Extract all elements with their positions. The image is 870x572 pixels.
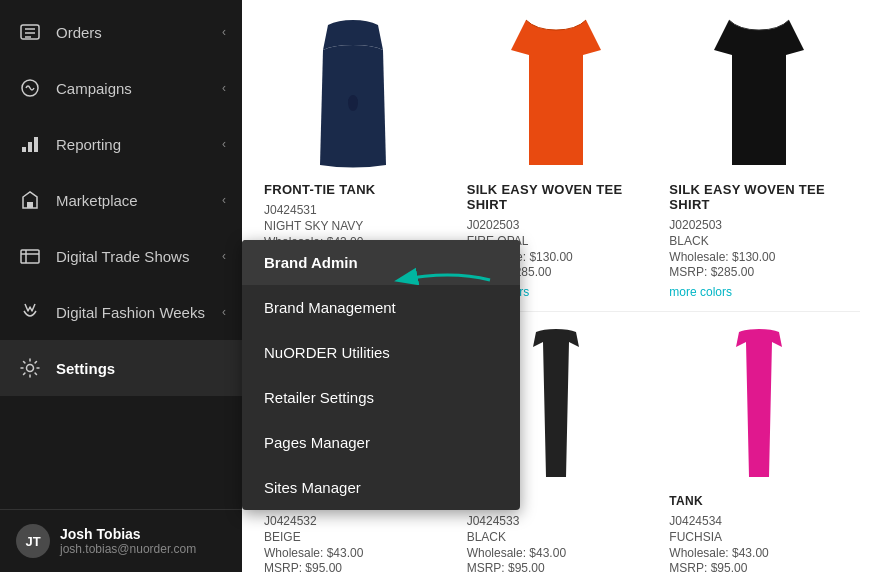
- reporting-icon: [16, 130, 44, 158]
- chevron-icon: ‹: [222, 305, 226, 319]
- sidebar-item-reporting-label: Reporting: [56, 136, 121, 153]
- sidebar-item-settings-label: Settings: [56, 360, 115, 377]
- orders-icon: [16, 18, 44, 46]
- product-image: [467, 12, 646, 172]
- sidebar-item-campaigns-label: Campaigns: [56, 80, 132, 97]
- product-card: SILK EASY WOVEN TEE SHIRT J0202503 BLACK…: [657, 0, 860, 312]
- dropdown-item-pages-manager[interactable]: Pages Manager: [242, 420, 520, 465]
- fashion-weeks-icon: [16, 298, 44, 326]
- product-color: BEIGE: [264, 530, 443, 544]
- svg-rect-6: [28, 142, 32, 152]
- product-wholesale: Wholesale: $43.00: [467, 546, 646, 560]
- product-msrp: MSRP: $95.00: [467, 561, 646, 572]
- product-sku: J0424532: [264, 514, 443, 528]
- dropdown-item-nuorder-utilities[interactable]: NuORDER Utilities: [242, 330, 520, 375]
- product-image: [669, 12, 848, 172]
- chevron-icon: ‹: [222, 81, 226, 95]
- product-sku: J0424533: [467, 514, 646, 528]
- product-color: BLACK: [467, 530, 646, 544]
- user-profile[interactable]: JT Josh Tobias josh.tobias@nuorder.com: [0, 509, 242, 572]
- user-name: Josh Tobias: [60, 526, 196, 542]
- sidebar-item-campaigns[interactable]: Campaigns ‹: [0, 60, 242, 116]
- product-msrp: MSRP: $95.00: [264, 561, 443, 572]
- svg-point-12: [27, 365, 34, 372]
- product-image: [669, 324, 848, 484]
- product-image: [264, 12, 443, 172]
- sidebar-item-digital-fashion-weeks-label: Digital Fashion Weeks: [56, 304, 205, 321]
- user-info: Josh Tobias josh.tobias@nuorder.com: [60, 526, 196, 556]
- product-card: TANK J0424534 FUCHSIA Wholesale: $43.00 …: [657, 312, 860, 572]
- product-name: SILK EASY WOVEN TEE SHIRT: [467, 182, 646, 212]
- svg-rect-8: [27, 202, 33, 208]
- sidebar-item-marketplace-label: Marketplace: [56, 192, 138, 209]
- product-wholesale: Wholesale: $130.00: [669, 250, 848, 264]
- more-colors-link[interactable]: more colors: [669, 285, 848, 299]
- sidebar-item-settings[interactable]: Settings: [0, 340, 242, 396]
- user-email: josh.tobias@nuorder.com: [60, 542, 196, 556]
- sidebar: Orders ‹ Campaigns ‹ Repo: [0, 0, 242, 572]
- svg-rect-5: [22, 147, 26, 152]
- chevron-icon: ‹: [222, 193, 226, 207]
- campaigns-icon: [16, 74, 44, 102]
- product-sku: J0424531: [264, 203, 443, 217]
- chevron-icon: ‹: [222, 249, 226, 263]
- sidebar-item-marketplace[interactable]: Marketplace ‹: [0, 172, 242, 228]
- svg-rect-7: [34, 137, 38, 152]
- product-color: NIGHT SKY NAVY: [264, 219, 443, 233]
- product-sku: J0202503: [669, 218, 848, 232]
- sidebar-item-digital-trade-shows-label: Digital Trade Shows: [56, 248, 189, 265]
- product-sku: J0424534: [669, 514, 848, 528]
- chevron-icon: ‹: [222, 137, 226, 151]
- sidebar-navigation: Orders ‹ Campaigns ‹ Repo: [0, 0, 242, 509]
- sidebar-item-reporting[interactable]: Reporting ‹: [0, 116, 242, 172]
- product-name: TANK: [669, 494, 848, 508]
- sidebar-item-digital-trade-shows[interactable]: Digital Trade Shows ‹: [0, 228, 242, 284]
- avatar: JT: [16, 524, 50, 558]
- sidebar-item-orders[interactable]: Orders ‹: [0, 4, 242, 60]
- dropdown-item-retailer-settings[interactable]: Retailer Settings: [242, 375, 520, 420]
- svg-rect-9: [21, 250, 39, 263]
- product-msrp: MSRP: $285.00: [669, 265, 848, 279]
- sidebar-item-orders-label: Orders: [56, 24, 102, 41]
- product-name: SILK EASY WOVEN TEE SHIRT: [669, 182, 848, 212]
- marketplace-icon: [16, 186, 44, 214]
- svg-point-13: [348, 95, 358, 111]
- product-name: FRONT-TIE TANK: [264, 182, 443, 197]
- product-color: BLACK: [669, 234, 848, 248]
- product-wholesale: Wholesale: $43.00: [264, 546, 443, 560]
- product-wholesale: Wholesale: $43.00: [669, 546, 848, 560]
- product-msrp: MSRP: $95.00: [669, 561, 848, 572]
- arrow-annotation: [370, 250, 510, 310]
- trade-shows-icon: [16, 242, 44, 270]
- settings-icon: [16, 354, 44, 382]
- product-sku: J0202503: [467, 218, 646, 232]
- product-color: FUCHSIA: [669, 530, 848, 544]
- sidebar-item-digital-fashion-weeks[interactable]: Digital Fashion Weeks ‹: [0, 284, 242, 340]
- chevron-icon: ‹: [222, 25, 226, 39]
- dropdown-item-sites-manager[interactable]: Sites Manager: [242, 465, 520, 510]
